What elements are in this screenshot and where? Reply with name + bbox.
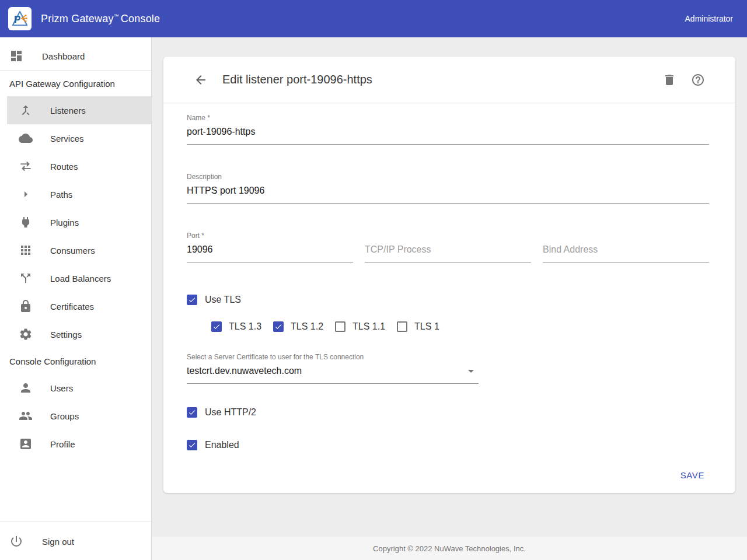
sidebar-item-paths[interactable]: Paths [0, 180, 151, 208]
arrow-back-icon [194, 73, 208, 87]
app-title-suffix: Console [121, 13, 160, 24]
sidebar-item-profile[interactable]: Profile [0, 430, 151, 458]
description-label: Description [187, 173, 709, 181]
enabled-checkbox[interactable] [187, 440, 197, 450]
card-body: Name * Description Port * [163, 103, 735, 493]
description-input[interactable] [187, 182, 709, 204]
sidebar-item-consumers[interactable]: Consumers [0, 236, 151, 264]
person-icon [19, 381, 33, 395]
sidebar-item-label: Paths [50, 190, 72, 200]
sidebar-item-plugins[interactable]: Plugins [0, 208, 151, 236]
enabled-label: Enabled [205, 440, 239, 450]
certificate-label: Select a Server Certificate to user for … [187, 353, 479, 361]
port-label: Port * [187, 232, 353, 240]
port-field-group: Port * [187, 232, 353, 262]
copyright-text: Copyright © 2022 NuWave Technologies, In… [373, 544, 526, 553]
tls-1-2-row: TLS 1.2 [273, 321, 323, 332]
sidebar-item-label: Settings [50, 330, 82, 340]
use-tls-checkbox[interactable] [187, 295, 197, 305]
sidebar-item-label: Services [50, 134, 84, 144]
tls-1-3-row: TLS 1.3 [211, 321, 261, 332]
description-field-group: Description [187, 173, 709, 204]
name-input[interactable] [187, 123, 709, 145]
tls-1-1-checkbox[interactable] [335, 321, 345, 332]
card-header: Edit listener port-19096-https [163, 57, 735, 103]
gear-icon [19, 327, 33, 341]
dashboard-icon [9, 49, 23, 63]
check-icon [188, 440, 196, 450]
page-title: Edit listener port-19096-https [222, 73, 372, 86]
sign-out-label: Sign out [42, 537, 74, 547]
sidebar-item-label: Users [50, 383, 73, 393]
edit-listener-card: Edit listener port-19096-https Name * [163, 57, 735, 493]
account-box-icon [19, 437, 33, 451]
tls-1-2-checkbox[interactable] [273, 321, 284, 332]
help-icon [691, 73, 705, 87]
certificate-select[interactable]: testcrt.dev.nuwavetech.com [187, 362, 479, 384]
trash-icon [662, 73, 676, 87]
sidebar-item-label: Listeners [50, 106, 86, 116]
use-http2-label: Use HTTP/2 [205, 407, 256, 418]
sidebar-item-label: Profile [50, 439, 75, 449]
prizm-logo-icon: P [9, 8, 30, 29]
tls-1-2-label: TLS 1.2 [291, 321, 323, 332]
use-http2-checkbox[interactable] [187, 407, 197, 418]
sidebar-item-label: Consumers [50, 246, 95, 256]
power-icon [9, 534, 23, 548]
help-button[interactable] [691, 73, 705, 87]
app-root: P Prizm Gateway™Console Administrator [0, 0, 747, 560]
check-icon [188, 408, 196, 417]
sidebar-item-label: Routes [50, 162, 78, 172]
sidebar-item-load-balancers[interactable]: Load Balancers [0, 264, 151, 292]
arrow-right-icon [19, 187, 33, 201]
sidebar-item-dashboard[interactable]: Dashboard [0, 42, 151, 70]
port-input[interactable] [187, 241, 353, 262]
tls-1-checkbox[interactable] [397, 321, 407, 332]
bind-address-input[interactable] [543, 241, 709, 262]
call-merge-icon [19, 103, 33, 117]
back-button[interactable] [194, 73, 208, 87]
tls-1-3-checkbox[interactable] [211, 321, 222, 332]
check-icon [188, 295, 196, 304]
sidebar-item-label: Groups [50, 411, 79, 421]
certificate-select-field: Select a Server Certificate to user for … [187, 353, 479, 384]
sidebar-item-listeners[interactable]: Listeners [0, 96, 151, 124]
tcpip-process-input[interactable] [365, 241, 531, 262]
bind-address-field-group [543, 241, 709, 262]
tcpip-field-group [365, 241, 531, 262]
trademark-symbol: ™ [114, 13, 119, 19]
sidebar-item-groups[interactable]: Groups [0, 402, 151, 430]
port-field-row: Port * [187, 232, 709, 262]
delete-button[interactable] [662, 73, 676, 87]
actions-row: SAVE [187, 466, 709, 485]
footer: Copyright © 2022 NuWave Technologies, In… [152, 537, 747, 560]
sidebar-item-label: Dashboard [42, 51, 85, 61]
sign-out-button[interactable]: Sign out [0, 527, 151, 555]
section-console-configuration: Console Configuration [0, 348, 151, 374]
sidebar-item-routes[interactable]: Routes [0, 152, 151, 180]
sidebar-item-services[interactable]: Services [0, 124, 151, 152]
name-label: Name * [187, 114, 709, 122]
sidebar-item-certificates[interactable]: Certificates [0, 292, 151, 320]
save-button[interactable]: SAVE [676, 466, 709, 485]
sidebar-item-label: Load Balancers [50, 274, 111, 284]
sidebar-item-users[interactable]: Users [0, 374, 151, 402]
tls-versions-row: TLS 1.3 TLS 1.2 [211, 321, 709, 332]
tls-1-label: TLS 1 [414, 321, 439, 332]
tls-1-3-label: TLS 1.3 [229, 321, 261, 332]
people-icon [19, 409, 33, 423]
plug-icon [19, 215, 33, 229]
dropdown-arrow-icon [468, 370, 474, 373]
app-title: Prizm Gateway™Console [41, 13, 160, 25]
user-label: Administrator [685, 14, 733, 23]
sidebar-item-settings[interactable]: Settings [0, 320, 151, 348]
check-icon [274, 322, 282, 331]
apps-grid-icon [19, 243, 33, 257]
tls-1-1-row: TLS 1.1 [335, 321, 385, 332]
prizm-logo: P [8, 7, 32, 30]
name-field-group: Name * [187, 114, 709, 145]
sidebar-item-label: Certificates [50, 302, 94, 312]
cloud-icon [19, 131, 33, 145]
certificate-value: testcrt.dev.nuwavetech.com [187, 366, 302, 376]
app-title-main: Prizm Gateway [41, 13, 114, 24]
